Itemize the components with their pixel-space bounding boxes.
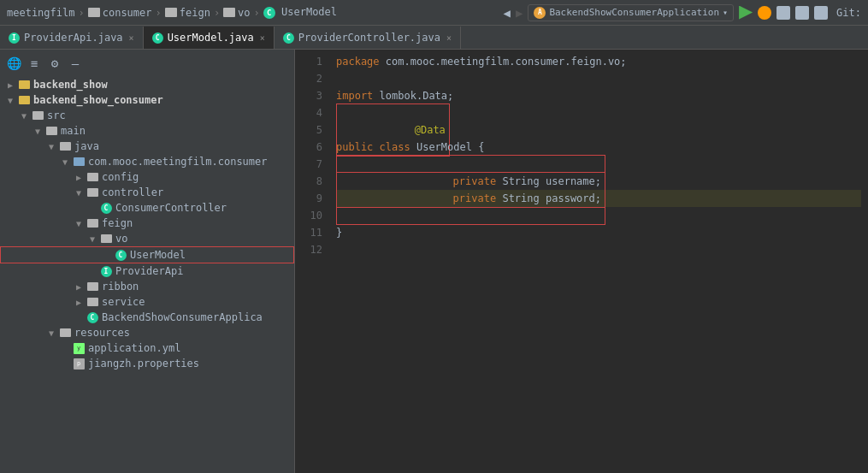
tree-label: main [61,125,86,137]
folder-icon [31,109,44,122]
tree-item-applicationyml[interactable]: y application.yml [0,340,294,356]
tree-item-jiangzh[interactable]: p jiangzh.properties [0,356,294,371]
arrow-icon: ▼ [44,142,58,151]
tree-item-backendapp[interactable]: C BackendShowConsumerApplica [0,310,294,325]
tree-item-resources[interactable]: ▼ resources [0,325,294,340]
tree-label: java [74,140,99,152]
tree-label: BackendShowConsumerApplica [102,311,263,323]
folder-icon [165,8,177,17]
run-button[interactable] [739,6,753,20]
tree-item-backend-show[interactable]: ▶ backend_show [0,77,294,92]
top-bar: meetingfilm › consumer › feign › vo › C … [0,0,868,26]
tab-providerapi[interactable]: I ProviderApi.java × [0,27,144,49]
code-area[interactable]: package com.mooc.meetingfilm.consumer.fe… [329,50,868,473]
class-icon: C [99,201,113,215]
folder-icon [99,232,113,245]
nav-back-icon[interactable]: ◀ [504,6,511,20]
tree-label: service [102,296,145,308]
tree-item-vo[interactable]: ▼ vo [0,231,294,246]
app-icon: A [534,7,546,19]
tree-label: UserModel [130,249,186,261]
arrow-icon: ▼ [58,157,72,167]
line-num-3: 3 [295,87,322,104]
run-config-dropdown[interactable]: A BackendShowConsumerApplication ▾ [528,4,734,21]
settings-button[interactable] [814,6,828,20]
code-line-3: import lombok.Data; [336,87,861,104]
folder-icon [58,326,72,340]
arrow-icon: ▼ [17,111,31,121]
breadcrumb-vo: vo [223,7,250,19]
tree-item-consumercont[interactable]: C ConsumerController [0,200,294,216]
code-line-5: @Data [336,121,861,139]
tree-item-backend-show-consumer[interactable]: ▼ backend_show_consumer [0,92,294,108]
line-num-2: 2 [295,70,322,87]
globe-button[interactable]: 🌐 [5,55,22,72]
git-label: Git: [836,7,861,19]
tree-label: feign [102,217,133,229]
class-icon: C [114,248,127,262]
tree-label: jiangzh.properties [88,358,199,370]
field-box-2: private String password; [336,172,605,225]
tree-item-ribbon[interactable]: ▶ ribbon [0,279,294,294]
tree-item-main[interactable]: ▼ main [0,123,294,139]
line-num-6: 6 [295,139,322,156]
tree-label: backend_show_consumer [33,94,163,106]
folder-icon [86,280,99,293]
arrow-icon: ▼ [86,234,99,244]
breadcrumb-consumer: consumer [88,7,152,19]
debug-button[interactable] [758,6,771,20]
tree-item-config[interactable]: ▶ config [0,169,294,185]
sidebar-toolbar: 🌐 ≡ ⚙ — [0,53,294,74]
line-num-10: 10 [295,207,322,224]
folder-icon [86,295,99,309]
arrow-icon: ▼ [72,188,86,198]
tab-close-providerapi[interactable]: × [129,33,134,43]
class-icon: C [263,7,275,19]
tab-label-usermodel: UserModel.java [168,32,254,44]
folder-icon [223,8,235,17]
list-button[interactable]: ≡ [26,55,43,72]
line-num-9: 9 [295,190,322,207]
profile-button[interactable] [795,6,809,20]
tree-item-feign[interactable]: ▼ feign [0,216,294,231]
tree-item-com-mooc[interactable]: ▼ com.mooc.meetingfilm.consumer [0,154,294,169]
tree-label: controller [102,186,163,198]
tree-label: resources [74,327,130,339]
tab-bar: I ProviderApi.java × C UserModel.java × … [0,26,868,50]
tab-usermodel[interactable]: C UserModel.java × [144,27,275,49]
breadcrumb: meetingfilm › consumer › feign › vo › C … [7,6,499,19]
tab-icon-c2: C [283,33,294,44]
folder-icon [86,186,99,199]
line-num-11: 11 [295,224,322,241]
yml-icon: y [72,341,86,355]
arrow-icon: ▶ [72,298,86,307]
line-numbers: 1 2 3 4 5 6 7 8 9 10 11 12 [295,50,329,473]
tab-providercontroller[interactable]: C ProviderController.java × [275,27,461,49]
class-icon: C [86,310,99,324]
tree-item-usermodel[interactable]: C UserModel [0,246,294,263]
tree-item-java[interactable]: ▼ java [0,139,294,154]
nav-forward-icon[interactable]: ▶ [516,6,523,20]
folder-icon [17,78,31,92]
arrow-icon: ▼ [72,219,86,228]
breadcrumb-feign: feign [165,7,210,19]
tab-icon-c: C [152,33,163,44]
tree-item-service[interactable]: ▶ service [0,294,294,310]
breadcrumb-meetingfilm: meetingfilm [7,7,74,19]
line-num-7: 7 [295,156,322,173]
tree-label: vo [115,233,127,245]
tree-item-controller[interactable]: ▼ controller [0,185,294,200]
gear-button[interactable]: ⚙ [46,55,63,72]
dash-button[interactable]: — [67,55,84,72]
props-icon: p [72,357,86,370]
coverage-button[interactable] [776,6,790,20]
tab-icon-i: I [9,33,20,44]
folder-icon [58,139,72,153]
tab-close-providercontroller[interactable]: × [446,33,452,43]
tree-item-providerapi[interactable]: I ProviderApi [0,263,294,279]
arrow-icon: ▼ [3,96,17,105]
tab-close-usermodel[interactable]: × [260,33,265,43]
chevron-down-icon: ▾ [723,8,728,17]
tree-item-src[interactable]: ▼ src [0,108,294,123]
code-line-1: package com.mooc.meetingfilm.consumer.fe… [336,53,861,70]
